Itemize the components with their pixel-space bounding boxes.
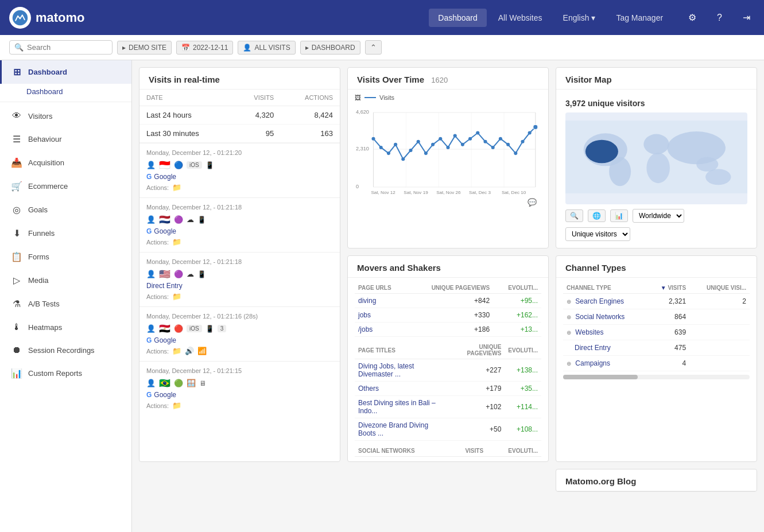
action-icon: 📁 [172,183,181,192]
logout-icon[interactable]: ⇥ [738,7,755,28]
visits-over-time-widget: Visits Over Time 1620 🖼 Visits 4,620 2,3… [347,67,549,248]
session-rec-icon: ⏺ [11,345,22,355]
ev-value: +108... [505,418,541,441]
sidebar-item-session-recordings[interactable]: ⏺ Session Recordings [0,339,131,362]
svg-point-25 [461,143,464,146]
breadcrumb-demo-site[interactable]: ▸ DEMO SITE [117,41,172,55]
url-link[interactable]: /jobs [358,325,373,333]
demo-site-prefix: ▸ [122,44,126,52]
url-link[interactable]: diving [358,297,376,305]
sidebar-item-acquisition[interactable]: 📥 Acquisition [0,151,131,174]
visitor-icon: 👤 [146,161,156,169]
svg-point-20 [424,152,428,155]
nav-links: Dashboard All Websites English Tag Manag… [429,9,672,27]
title-link[interactable]: Divezone Brand Diving Boots ... [358,421,428,437]
chart-view-btn[interactable]: 📊 [610,209,628,222]
channel-link[interactable]: Campaigns [575,359,610,367]
windows-icon: 🪟 [187,379,196,387]
svg-point-17 [401,157,405,161]
table-row: Others +179 +35... [355,382,541,396]
nav-language[interactable]: English [554,9,605,27]
svg-point-21 [431,143,435,146]
source-label: Google [154,173,176,181]
browser-icon: 🔴 [174,324,183,333]
globe-btn[interactable]: 🌐 [588,209,606,222]
region-select[interactable]: Worldwide [633,209,684,223]
settings-icon[interactable]: ⚙ [684,7,701,28]
title-link[interactable]: Diving Jobs, latest Divemaster ... [358,362,414,378]
channel-link[interactable]: Search Engines [575,297,624,305]
col-visits-s: VISITS [449,445,487,457]
svg-text:Sat, Nov 26: Sat, Nov 26 [436,190,461,195]
date-label: 2022-12-11 [193,44,228,52]
table-row: jobs +330 +162... [355,308,541,323]
sidebar-item-behaviour[interactable]: ☰ Behaviour [0,127,131,151]
url-link[interactable]: jobs [358,311,371,319]
blog-widget: Matomo.org Blog [556,469,757,492]
sidebar-item-forms[interactable]: 📋 Forms [0,245,131,269]
sidebar-item-dashboard[interactable]: ⊞ Dashboard [0,60,131,84]
search-box[interactable]: 🔍 [9,40,113,55]
channel-link[interactable]: Direct Entry [575,344,611,352]
sidebar-session-label: Session Recordings [28,346,95,355]
chart-comment-icon[interactable]: 💬 [355,198,541,207]
expand-icon[interactable]: ⊕ [567,314,571,320]
goals-icon: ◎ [11,204,22,215]
zoom-in-btn[interactable]: 🔍 [565,209,583,222]
channel-visits: 2,321 [647,294,689,309]
sidebar-item-funnels[interactable]: ⬇ Funnels [0,222,131,245]
breadcrumb-collapse-btn[interactable]: ⌃ [365,40,382,55]
dash-prefix: ▸ [305,44,309,52]
world-map-area [565,112,747,204]
expand-icon[interactable]: ⊕ [567,360,571,367]
channel-link[interactable]: Social Networks [575,313,625,321]
sidebar-item-ecommerce[interactable]: 🛒 Ecommerce [0,174,131,198]
logo[interactable]: matomo [9,7,85,29]
source-label: Google [154,227,176,235]
sidebar-item-ab-tests[interactable]: ⚗ A/B Tests [0,292,131,316]
col-ev-s: EVOLUTI... [487,445,541,457]
col-unique-ch: UNIQUE VISI... [689,282,750,294]
os-tag: iOS [187,161,202,169]
movers-titles-table: PAGE TITLES UNIQUE PAGEVIEWS EVOLUTI... … [355,341,541,441]
nav-dashboard[interactable]: Dashboard [429,9,487,27]
sidebar-divider-1 [0,102,131,102]
sidebar-item-media[interactable]: ▷ Media [0,269,131,292]
visit-item: Monday, December 12, - 01:21:18 👤 🇳🇱 🟣 ☁… [139,197,340,252]
svg-text:4,620: 4,620 [356,109,369,115]
channel-link[interactable]: Websites [575,328,603,336]
sidebar-item-heatmaps[interactable]: 🌡 Heatmaps [0,316,131,339]
title-link[interactable]: Others [358,385,379,393]
metric-select[interactable]: Unique visitors [565,227,630,241]
search-input[interactable] [27,43,102,52]
breadcrumb-date[interactable]: 📅 2022-12-11 [176,41,233,55]
google-logo: G [146,336,152,344]
sidebar-behaviour-label: Behaviour [28,135,62,143]
sidebar-sub-dashboard[interactable]: Dashboard [0,84,131,99]
nav-tag-manager[interactable]: Tag Manager [607,9,672,27]
col-social: SOCIAL NETWORKS [355,445,449,457]
help-icon[interactable]: ? [712,8,727,28]
breadcrumb-dashboard[interactable]: ▸ DASHBOARD [300,41,360,55]
behaviour-icon: ☰ [11,134,22,145]
expand-icon[interactable]: ⊕ [567,298,571,305]
forms-icon: 📋 [11,251,22,262]
pv-value: +842 [408,294,493,308]
last-24h-visits: 4,320 [233,106,281,125]
demo-site-label: DEMO SITE [129,44,166,52]
map-controls: 🔍 🌐 📊 Worldwide Unique visitors [565,209,747,241]
chart-area: 🖼 Visits 4,620 2,310 0 [348,90,548,209]
ev-value: +162... [493,308,541,323]
horizontal-scrollbar[interactable] [563,375,750,379]
direct-entry-label: Direct Entry [146,282,183,290]
nav-all-websites[interactable]: All Websites [489,9,552,27]
expand-icon[interactable]: ⊕ [567,329,571,336]
visits-prefix-icon: 👤 [243,44,251,52]
breadcrumb-visits[interactable]: 👤 ALL VISITS [238,41,295,55]
sidebar-item-visitors[interactable]: 👁 Visitors [0,104,131,127]
last-30m-label: Last 30 minutes [139,125,233,143]
sidebar-item-goals[interactable]: ◎ Goals [0,198,131,222]
sidebar-item-custom-reports[interactable]: 📊 Custom Reports [0,362,131,385]
title-link[interactable]: Best Diving sites in Bali – Indo... [358,399,436,415]
table-row: ⊕ Campaigns 4 [563,356,750,371]
